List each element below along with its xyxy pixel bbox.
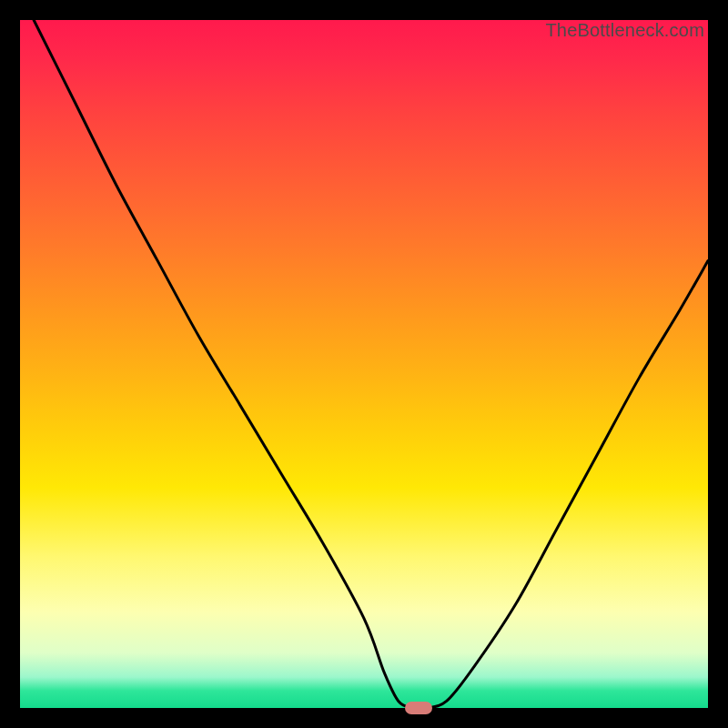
bottleneck-curve: [20, 20, 708, 708]
chart-plot-area: TheBottleneck.com: [20, 20, 708, 708]
chart-frame: TheBottleneck.com: [0, 0, 728, 728]
optimal-marker: [405, 702, 432, 714]
curve-path: [34, 20, 708, 709]
